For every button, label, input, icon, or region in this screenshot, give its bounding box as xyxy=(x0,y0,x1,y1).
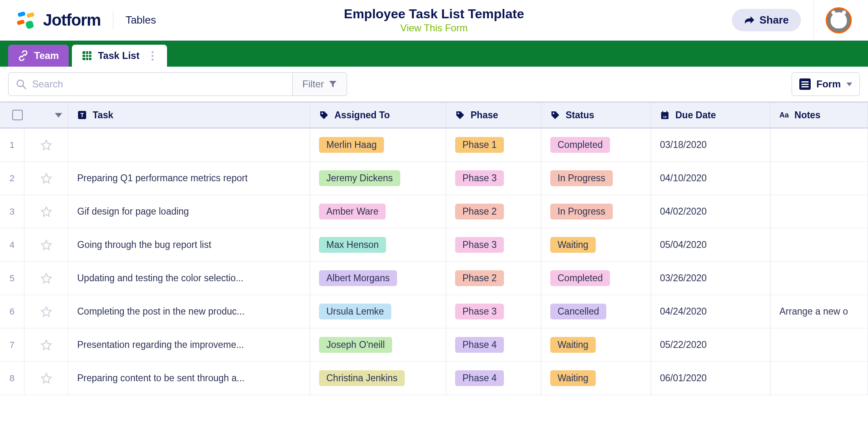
cell-assigned[interactable]: Christina Jenkins xyxy=(310,362,446,395)
share-icon xyxy=(744,16,755,25)
cell-task[interactable]: Updating and testing the color selectio.… xyxy=(68,262,310,295)
column-header-phase[interactable]: Phase xyxy=(446,102,541,128)
table-row[interactable]: 1Merlin HaagPhase 1Completed03/18/2020 xyxy=(0,128,868,162)
cell-notes[interactable] xyxy=(770,128,868,161)
cell-task[interactable]: Completing the post in the new produc... xyxy=(68,295,310,328)
star-button[interactable] xyxy=(24,362,68,395)
cell-notes[interactable]: Arrange a new o xyxy=(770,295,868,328)
text-type-icon: Aa xyxy=(779,111,789,119)
cell-assigned[interactable]: Albert Morgans xyxy=(310,262,446,295)
column-header-notes[interactable]: Aa Notes xyxy=(770,102,868,128)
star-button[interactable] xyxy=(24,162,68,195)
table-body: 1Merlin HaagPhase 1Completed03/18/20202P… xyxy=(0,128,868,395)
form-icon xyxy=(799,78,811,90)
column-header-status[interactable]: Status xyxy=(541,102,651,128)
cell-due-date[interactable]: 04/24/2020 xyxy=(651,295,770,328)
cell-notes[interactable] xyxy=(770,195,868,228)
table-row[interactable]: 3Gif design for page loadingAmber WarePh… xyxy=(0,195,868,228)
cell-due-date[interactable]: 05/22/2020 xyxy=(651,328,770,361)
row-number: 3 xyxy=(0,195,24,228)
star-button[interactable] xyxy=(24,328,68,361)
cell-phase[interactable]: Phase 3 xyxy=(446,228,541,261)
cell-status[interactable]: Completed xyxy=(541,262,651,295)
table-row[interactable]: 4Going through the bug report listMax He… xyxy=(0,228,868,262)
cell-task[interactable]: Presentation regarding the improveme... xyxy=(68,328,310,361)
tag-icon xyxy=(319,110,329,120)
chevron-down-icon[interactable] xyxy=(55,113,62,117)
view-form-link[interactable]: View This Form xyxy=(344,22,524,34)
cell-assigned[interactable]: Amber Ware xyxy=(310,195,446,228)
tab-team[interactable]: Team xyxy=(8,45,69,67)
cell-status[interactable]: Waiting xyxy=(541,362,651,395)
cell-assigned[interactable]: Max Henson xyxy=(310,228,446,261)
column-header-due-date[interactable]: 10 Due Date xyxy=(651,102,770,128)
cell-due-date[interactable]: 04/02/2020 xyxy=(651,195,770,228)
column-header-assigned[interactable]: Assigned To xyxy=(310,102,446,128)
cell-status[interactable]: Cancelled xyxy=(541,295,651,328)
cell-assigned[interactable]: Joseph O'neill xyxy=(310,328,446,361)
cell-due-date[interactable]: 06/01/2020 xyxy=(651,362,770,395)
cell-status[interactable]: Waiting xyxy=(541,228,651,261)
cell-notes[interactable] xyxy=(770,162,868,195)
cell-assigned[interactable]: Merlin Haag xyxy=(310,128,446,161)
column-header-task[interactable]: T Task xyxy=(68,102,310,128)
tab-task-list[interactable]: Task List xyxy=(72,45,167,67)
cell-phase[interactable]: Phase 2 xyxy=(446,262,541,295)
cell-assigned[interactable]: Ursula Lemke xyxy=(310,295,446,328)
table-row[interactable]: 5Updating and testing the color selectio… xyxy=(0,262,868,295)
filter-button[interactable]: Filter xyxy=(293,72,347,96)
column-label: Status xyxy=(566,110,594,121)
star-button[interactable] xyxy=(24,128,68,161)
table-row[interactable]: 6Completing the post in the new produc..… xyxy=(0,295,868,328)
cell-notes[interactable] xyxy=(770,362,868,395)
cell-task[interactable]: Preparing content to be sent through a..… xyxy=(68,362,310,395)
chevron-down-icon xyxy=(846,83,852,86)
cell-task[interactable]: Going through the bug report list xyxy=(68,228,310,261)
cell-due-date[interactable]: 04/10/2020 xyxy=(651,162,770,195)
cell-due-date[interactable]: 03/18/2020 xyxy=(651,128,770,161)
cell-phase[interactable]: Phase 4 xyxy=(446,328,541,361)
table-row[interactable]: 7Presentation regarding the improveme...… xyxy=(0,328,868,362)
star-button[interactable] xyxy=(24,295,68,328)
search-box[interactable] xyxy=(8,72,293,96)
section-label[interactable]: Tables xyxy=(126,14,156,26)
table-row[interactable]: 2Preparing Q1 performance metrics report… xyxy=(0,162,868,195)
cell-assigned[interactable]: Jeremy Dickens xyxy=(310,162,446,195)
text-icon: T xyxy=(77,110,87,120)
star-button[interactable] xyxy=(24,228,68,261)
tab-menu-icon[interactable] xyxy=(148,51,157,61)
tag-icon xyxy=(550,110,560,120)
cell-notes[interactable] xyxy=(770,328,868,361)
cell-due-date[interactable]: 03/26/2020 xyxy=(651,262,770,295)
share-label: Share xyxy=(760,14,789,26)
page-title: Employee Task List Template xyxy=(344,7,524,22)
select-all-checkbox[interactable] xyxy=(12,110,23,120)
cell-phase[interactable]: Phase 3 xyxy=(446,162,541,195)
cell-task[interactable] xyxy=(68,128,310,161)
cell-status[interactable]: Completed xyxy=(541,128,651,161)
table-row[interactable]: 8Preparing content to be sent through a.… xyxy=(0,362,868,395)
cell-due-date[interactable]: 05/04/2020 xyxy=(651,228,770,261)
cell-notes[interactable] xyxy=(770,228,868,261)
cell-status[interactable]: Waiting xyxy=(541,328,651,361)
share-button[interactable]: Share xyxy=(732,9,801,31)
cell-status[interactable]: In Progress xyxy=(541,195,651,228)
column-label: Assigned To xyxy=(334,110,390,121)
cell-phase[interactable]: Phase 2 xyxy=(446,195,541,228)
avatar[interactable] xyxy=(826,7,852,33)
cell-notes[interactable] xyxy=(770,262,868,295)
tab-task-list-label: Task List xyxy=(98,50,139,61)
search-input[interactable] xyxy=(32,78,285,90)
cell-task[interactable]: Preparing Q1 performance metrics report xyxy=(68,162,310,195)
cell-phase[interactable]: Phase 1 xyxy=(446,128,541,161)
star-button[interactable] xyxy=(24,262,68,295)
form-label: Form xyxy=(816,78,841,90)
star-button[interactable] xyxy=(24,195,68,228)
cell-phase[interactable]: Phase 3 xyxy=(446,295,541,328)
logo[interactable]: Jotform xyxy=(16,11,101,30)
cell-task[interactable]: Gif design for page loading xyxy=(68,195,310,228)
form-button[interactable]: Form xyxy=(792,72,860,96)
cell-phase[interactable]: Phase 4 xyxy=(446,362,541,395)
table: T Task Assigned To Phase Status 10 Due D… xyxy=(0,102,868,395)
cell-status[interactable]: In Progress xyxy=(541,162,651,195)
